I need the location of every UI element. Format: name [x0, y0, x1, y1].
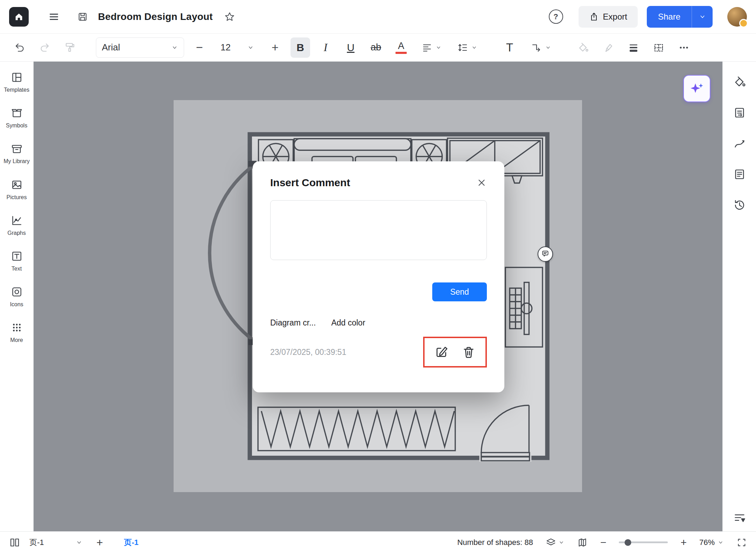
- redo-button[interactable]: [35, 37, 55, 58]
- chevron-down-icon: [699, 13, 706, 21]
- fill-color-button[interactable]: [573, 37, 593, 58]
- left-sidebar: Templates Symbols My Library Pictures Gr…: [0, 62, 34, 531]
- symbols-icon: [11, 107, 23, 119]
- export-button[interactable]: Export: [579, 6, 638, 28]
- chevron-down-icon: [545, 44, 551, 51]
- fill-style-button[interactable]: [733, 76, 746, 88]
- smart-pen-icon: [733, 137, 746, 150]
- font-color-button[interactable]: A: [391, 37, 411, 58]
- line-spacing-button[interactable]: [452, 37, 482, 58]
- font-color-glyph: A: [396, 41, 407, 54]
- font-size-decrease-button[interactable]: −: [190, 37, 209, 58]
- save-button[interactable]: [74, 8, 92, 26]
- comment-marker[interactable]: [538, 246, 553, 262]
- layers-button[interactable]: [546, 537, 565, 548]
- plus-glyph: +: [680, 537, 687, 548]
- sidebar-item-more[interactable]: More: [0, 322, 33, 343]
- connector-button[interactable]: [525, 37, 557, 58]
- help-button[interactable]: ?: [549, 9, 563, 24]
- active-page-tab[interactable]: 页-1: [124, 537, 139, 548]
- border-style-button[interactable]: [649, 37, 668, 58]
- sidebar-item-pictures[interactable]: Pictures: [0, 179, 33, 201]
- pictures-icon: [11, 179, 23, 191]
- comment-author: Diagram cr...: [270, 318, 316, 328]
- sidebar-item-label: More: [10, 337, 23, 343]
- font-family-value: Arial: [102, 42, 120, 53]
- zoom-out-button[interactable]: −: [600, 537, 607, 548]
- add-page-button[interactable]: +: [97, 537, 103, 548]
- export-icon: [589, 12, 599, 22]
- zoom-slider[interactable]: [619, 541, 668, 543]
- ai-assistant-button[interactable]: [683, 75, 710, 102]
- statusbar: 页-1 + 页-1 Number of shapes: 88 − +: [0, 531, 756, 553]
- save-icon: [77, 11, 88, 22]
- avatar[interactable]: [727, 7, 747, 27]
- home-button[interactable]: [9, 7, 29, 27]
- zoom-level-select[interactable]: 76%: [699, 538, 724, 547]
- sparkles-icon: [689, 81, 705, 96]
- notes-button[interactable]: [733, 168, 746, 181]
- underline-button[interactable]: U: [341, 37, 360, 58]
- pages-panel-button[interactable]: [9, 537, 20, 548]
- format-painter-button[interactable]: [60, 37, 80, 58]
- redo-icon: [39, 42, 51, 54]
- page-setup-icon: [733, 106, 746, 119]
- share-button[interactable]: Share: [647, 6, 692, 28]
- star-icon: [224, 11, 235, 22]
- text-tool-button[interactable]: T: [500, 37, 519, 58]
- close-icon: [476, 177, 487, 188]
- minimap-button[interactable]: [577, 537, 588, 548]
- sidebar-item-my-library[interactable]: My Library: [0, 143, 33, 164]
- sidebar-item-text[interactable]: Text: [0, 250, 33, 272]
- sidebar-item-label: Symbols: [6, 122, 27, 129]
- zoom-in-button[interactable]: +: [680, 537, 687, 548]
- edit-comment-button[interactable]: [433, 344, 450, 360]
- pages-icon: [9, 537, 20, 548]
- share-dropdown-button[interactable]: [692, 6, 713, 28]
- line-weight-icon: [628, 42, 639, 53]
- zoom-slider-knob[interactable]: [625, 539, 631, 546]
- align-button[interactable]: [416, 37, 447, 58]
- font-size-select[interactable]: 12: [215, 38, 260, 57]
- strikethrough-glyph: ab: [371, 42, 381, 53]
- bold-button[interactable]: B: [290, 37, 310, 58]
- author-row: Diagram cr... Add color: [270, 318, 487, 328]
- sidebar-item-icons[interactable]: Icons: [0, 286, 33, 308]
- outline-button[interactable]: [723, 512, 756, 524]
- add-color-button[interactable]: Add color: [331, 318, 365, 328]
- chevron-down-icon: [558, 539, 565, 546]
- font-family-select[interactable]: Arial: [96, 37, 184, 58]
- font-size-increase-button[interactable]: +: [265, 37, 285, 58]
- trash-icon: [461, 344, 476, 360]
- sidebar-item-templates[interactable]: Templates: [0, 71, 33, 93]
- templates-icon: [11, 71, 23, 83]
- menu-button[interactable]: [45, 8, 63, 26]
- page-selector[interactable]: 页-1: [29, 537, 83, 548]
- more-tools-button[interactable]: [674, 37, 694, 58]
- send-button[interactable]: Send: [432, 282, 487, 301]
- map-icon: [577, 537, 588, 548]
- sidebar-item-graphs[interactable]: Graphs: [0, 215, 33, 236]
- page-setup-button[interactable]: [733, 106, 746, 119]
- comment-input[interactable]: [270, 200, 487, 260]
- italic-glyph: I: [324, 41, 328, 54]
- favorite-star-button[interactable]: [220, 8, 239, 26]
- outline-icon: [733, 512, 746, 524]
- highlighter-button[interactable]: [598, 37, 618, 58]
- undo-icon: [14, 42, 26, 54]
- question-glyph: ?: [553, 12, 558, 21]
- fill-bucket-icon: [578, 42, 589, 53]
- smart-pen-button[interactable]: [733, 137, 746, 150]
- italic-button[interactable]: I: [316, 37, 335, 58]
- right-sidebar: [722, 62, 756, 531]
- undo-button[interactable]: [10, 37, 29, 58]
- hamburger-icon: [48, 11, 60, 23]
- history-button[interactable]: [733, 199, 746, 211]
- modal-close-button[interactable]: [476, 177, 487, 188]
- history-icon: [733, 199, 746, 211]
- line-weight-button[interactable]: [624, 37, 643, 58]
- strikethrough-button[interactable]: ab: [366, 37, 386, 58]
- sidebar-item-symbols[interactable]: Symbols: [0, 107, 33, 129]
- delete-comment-button[interactable]: [460, 344, 477, 360]
- fullscreen-button[interactable]: [736, 537, 747, 548]
